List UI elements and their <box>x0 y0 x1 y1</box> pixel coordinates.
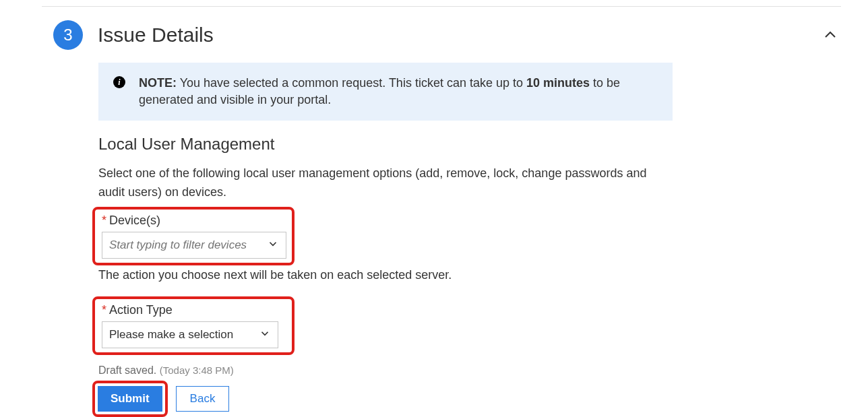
action-type-label: *Action Type <box>102 303 285 317</box>
note-emphasis: 10 minutes <box>526 76 590 90</box>
devices-label-text: Device(s) <box>109 214 160 227</box>
required-star: * <box>102 303 106 317</box>
chevron-down-icon <box>267 238 279 253</box>
section-title: Issue Details <box>98 24 214 46</box>
action-type-field-group: *Action Type Please make a selection <box>92 296 294 355</box>
form-buttons-row: Submit Back <box>92 381 229 417</box>
draft-status: Draft saved. (Today 3:48 PM) <box>98 364 234 377</box>
chevron-up-icon <box>822 27 838 43</box>
action-type-select[interactable]: Please make a selection <box>102 321 278 348</box>
devices-field-group: *Device(s) Start typing to filter device… <box>92 207 294 265</box>
action-type-placeholder: Please make a selection <box>109 328 233 342</box>
note-text-before: You have selected a common request. This… <box>177 76 526 90</box>
devices-placeholder: Start typing to filter devices <box>109 238 247 252</box>
devices-label: *Device(s) <box>102 214 285 228</box>
required-star: * <box>102 214 106 227</box>
section-header: 3 Issue Details <box>53 20 214 50</box>
chevron-down-icon <box>259 327 271 342</box>
draft-saved-label: Draft saved. <box>98 364 156 376</box>
submit-button[interactable]: Submit <box>98 386 162 412</box>
section-divider <box>42 6 841 7</box>
info-banner: i NOTE: You have selected a common reque… <box>98 63 673 121</box>
devices-select[interactable]: Start typing to filter devices <box>102 232 286 259</box>
step-number-badge: 3 <box>53 20 83 50</box>
back-button[interactable]: Back <box>176 386 230 412</box>
submit-highlight: Submit <box>92 381 168 417</box>
note-label: NOTE: <box>139 76 177 90</box>
action-type-label-text: Action Type <box>109 303 173 317</box>
action-helper-text: The action you choose next will be taken… <box>98 268 452 282</box>
info-banner-text: NOTE: You have selected a common request… <box>139 76 620 106</box>
collapse-toggle[interactable] <box>822 27 838 46</box>
subsection-title: Local User Management <box>98 135 274 154</box>
draft-timestamp: (Today 3:48 PM) <box>160 364 234 376</box>
subsection-description: Select one of the following local user m… <box>98 164 671 202</box>
info-icon: i <box>113 76 125 88</box>
